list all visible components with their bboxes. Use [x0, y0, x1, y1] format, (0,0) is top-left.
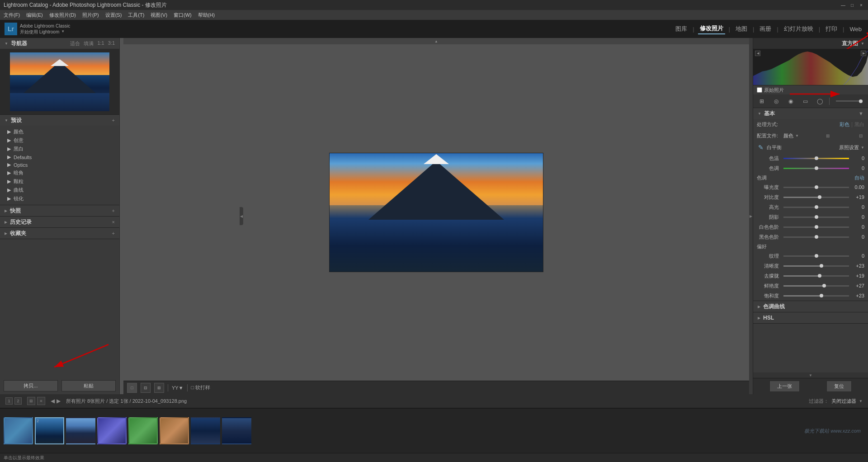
tone-auto-btn[interactable]: 自动 [854, 174, 864, 181]
preset-group-optics[interactable]: ▶ Optics [0, 161, 119, 169]
softproof-label[interactable]: □ 软打样 [191, 384, 211, 391]
film-thumb-2[interactable]: 2 [35, 417, 64, 444]
menu-edit[interactable]: 编辑(E) [26, 12, 43, 19]
nav-develop[interactable]: 修改照片 [698, 24, 725, 34]
contrast-thumb[interactable] [818, 195, 821, 199]
dehaze-thumb[interactable] [818, 274, 821, 278]
clarity-thumb[interactable] [820, 264, 823, 268]
exposure-thumb[interactable] [815, 185, 818, 189]
tone-curve-header[interactable]: ▶ 色调曲线 [753, 301, 868, 312]
nav-library[interactable]: 图库 [674, 24, 689, 34]
paste-button[interactable]: 粘贴 [61, 380, 116, 391]
nav-map[interactable]: 地图 [734, 24, 749, 34]
shadows-slider[interactable] [783, 217, 849, 218]
lr-logo-line2[interactable]: 开始使用 Lightroom ▼ [20, 29, 70, 35]
temp-slider[interactable] [783, 158, 849, 159]
next-arrow[interactable]: ▶ [57, 398, 61, 404]
histogram-dropdown-icon[interactable]: ▼ [861, 42, 864, 46]
right-panel-collapse-bottom[interactable]: ▼ [753, 372, 868, 378]
maximize-button[interactable]: □ [849, 2, 855, 8]
tools-slider-thumb[interactable] [859, 99, 863, 103]
whites-thumb[interactable] [815, 225, 818, 229]
top-collapse-bar[interactable]: ▲ [123, 38, 749, 44]
page-2-indicator[interactable]: 2 [14, 397, 22, 405]
filter-dropdown-icon[interactable]: ▼ [859, 399, 863, 403]
filter-value[interactable]: 关闭过滤器 [831, 398, 856, 405]
view-single-btn[interactable]: □ [127, 383, 137, 393]
saturation-slider[interactable] [783, 295, 849, 297]
preset-group-defaults[interactable]: ▶ Defaults [0, 153, 119, 161]
menu-tools[interactable]: 工具(T) [128, 12, 144, 19]
nav-web[interactable]: Web [848, 25, 864, 33]
left-panel-expand[interactable]: ◀ [240, 207, 243, 225]
profile-dropdown[interactable]: 颜色 ▼ [783, 132, 799, 139]
logo-dropdown-icon[interactable]: ▼ [61, 29, 65, 34]
saturation-thumb[interactable] [820, 294, 823, 297]
radial-filter-tool[interactable]: ◯ [815, 96, 825, 106]
copy-button[interactable]: 拷贝... [4, 380, 58, 391]
vibrance-thumb[interactable] [822, 284, 826, 288]
page-1-indicator[interactable]: 1 [5, 397, 13, 405]
presets-add[interactable]: + [112, 118, 115, 123]
preset-group-bw[interactable]: ▶ 黑白 [0, 145, 119, 153]
profile-grid-icon2[interactable]: ⊟ [857, 132, 864, 139]
collections-add[interactable]: + [112, 231, 115, 236]
basic-panel-header[interactable]: ▼ 基本 ▼ [753, 108, 868, 119]
exposure-slider[interactable] [783, 187, 849, 188]
prev-button[interactable]: 上一张 [769, 381, 800, 392]
presets-header[interactable]: ▼ 预设 + [0, 115, 119, 126]
original-photo-checkbox[interactable] [757, 87, 762, 93]
snapshots-header[interactable]: ▶ 快照 + [0, 205, 119, 216]
vibrance-slider[interactable] [783, 285, 849, 287]
minimize-button[interactable]: — [840, 2, 846, 8]
preset-group-creative[interactable]: ▶ 创意 [0, 136, 119, 145]
film-thumb-8[interactable] [222, 417, 251, 444]
highlights-slider[interactable] [783, 207, 849, 208]
process-bw[interactable]: 黑白 [854, 121, 864, 128]
preset-group-color[interactable]: ▶ 颜色 [0, 127, 119, 136]
film-thumb-7[interactable] [191, 417, 220, 444]
texture-thumb[interactable] [815, 254, 818, 258]
film-thumb-4[interactable] [97, 417, 127, 444]
prev-arrow[interactable]: ◀ [51, 398, 55, 404]
contrast-slider[interactable] [783, 197, 849, 198]
reset-button[interactable]: 复位 [826, 381, 852, 392]
clarity-slider[interactable] [783, 265, 849, 267]
blacks-slider[interactable] [783, 236, 849, 238]
film-thumb-5[interactable] [128, 417, 158, 444]
tools-slider[interactable] [836, 100, 863, 102]
history-close[interactable]: × [112, 219, 115, 225]
navigator-header[interactable]: ▼ 导航器 适合 填满 1:1 3:1 [0, 38, 119, 49]
shadows-thumb[interactable] [815, 215, 818, 219]
list-btn[interactable]: ≡ [37, 397, 45, 405]
texture-slider[interactable] [783, 255, 849, 257]
snapshots-add[interactable]: + [112, 208, 115, 213]
redeye-tool[interactable]: ◉ [786, 96, 796, 106]
temp-thumb[interactable] [815, 156, 818, 160]
spot-heal-tool[interactable]: ◎ [771, 96, 781, 106]
snapshots-add-icon[interactable]: + [112, 208, 115, 213]
close-button[interactable]: × [858, 2, 864, 8]
basic-panel-dropdown-icon[interactable]: ▼ [859, 111, 863, 116]
menu-photo[interactable]: 照片(P) [82, 12, 99, 19]
grid-btn[interactable]: ⊞ [27, 397, 35, 405]
menu-develop[interactable]: 修改照片(D) [49, 12, 76, 19]
clip-shadow-indicator[interactable]: ◀ [755, 51, 760, 56]
menu-view[interactable]: 视图(V) [151, 12, 167, 19]
collections-add-icon[interactable]: + [112, 231, 115, 236]
menu-settings[interactable]: 设置(S) [105, 12, 122, 19]
nav-book[interactable]: 画册 [758, 24, 773, 34]
whites-slider[interactable] [783, 226, 849, 228]
zoom-1to1[interactable]: 1:1 [97, 40, 104, 47]
blacks-thumb[interactable] [815, 235, 818, 239]
view-compare-btn[interactable]: ⊟ [141, 383, 151, 393]
dehaze-slider[interactable] [783, 275, 849, 277]
tint-slider[interactable] [783, 168, 849, 169]
canvas-area[interactable] [123, 44, 749, 381]
wb-eyedropper[interactable]: ✎ [757, 143, 765, 151]
clip-highlight-indicator[interactable]: ▶ [861, 51, 866, 56]
wb-dropdown[interactable]: 原照设置 ▼ [839, 144, 864, 151]
presets-add-icon[interactable]: + [112, 118, 115, 123]
preset-group-curves[interactable]: ▶ 曲线 [0, 186, 119, 194]
nav-slideshow[interactable]: 幻灯片放映 [782, 24, 815, 34]
